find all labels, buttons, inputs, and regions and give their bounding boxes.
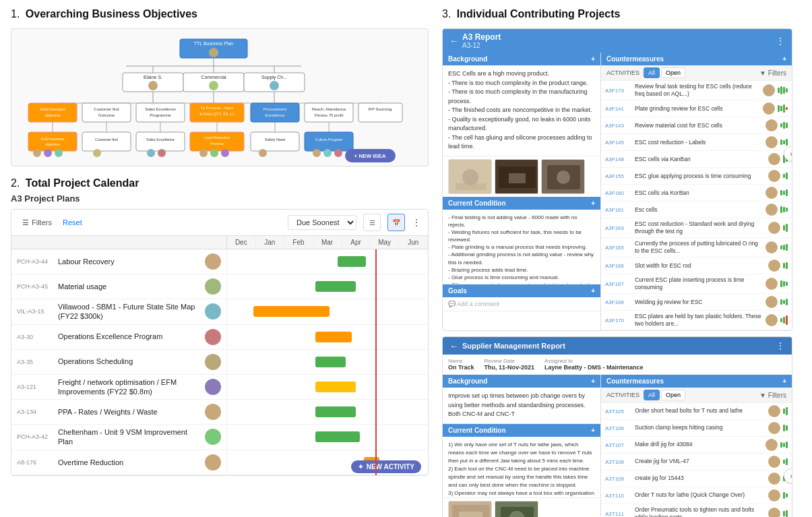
cm2-expand-icon[interactable]: + [782,377,786,385]
list-item: A3F168 Welding jig review for ESC [601,294,792,311]
svg-rect-66 [251,132,299,151]
avatar [763,84,775,96]
a3-card-body-2: Background + Improve set up times betwee… [443,375,792,517]
svg-rect-33 [251,103,299,122]
list-item: A3F170 ESC plates are held by two plasti… [601,311,792,330]
mini-bars [780,122,788,129]
avatar [768,260,780,272]
a3-report-card-1: ← A3 Report A3-12 ⋮ Background + [442,28,792,331]
filter-icon-right[interactable]: ▼ Filters [759,69,786,77]
svg-text:Procurement: Procurement [263,107,287,111]
background-content: ESC Cells are a high moving product. - T… [443,65,600,156]
sparkle-icon: ✦ [358,463,363,470]
svg-text:Supply Ch...: Supply Ch... [261,75,287,80]
filter2-icon[interactable]: ▼ Filters [759,392,786,399]
svg-text:Gold business: Gold business [41,137,65,141]
mini-bars [780,206,788,213]
list-item: A3T109 create jig for 15443 [601,470,792,487]
more-button[interactable]: ⋮ [412,217,421,228]
more-options-icon-2[interactable]: ⋮ [776,340,785,351]
avatar [205,329,221,345]
new-activity-button[interactable]: ✦ NEW ACTIVITY [351,460,421,473]
list-item: A3T108 Create jig for VML-47 [601,454,792,470]
svg-point-72 [323,149,332,157]
mini-bars [780,315,788,325]
mini-bars [783,492,788,499]
gantt-label-header [11,236,227,249]
list-item: A3F173 Review final task testing for ESC… [601,81,792,100]
section2: 2. Total Project Calendar A3 Project Pla… [11,177,429,476]
list-view-button[interactable]: ☰ [363,214,381,231]
month-jun: Jun [399,236,428,249]
section1: 1. Overarching Business Objectives TTL B… [11,8,429,166]
mini-bars [783,173,788,179]
due-dropdown[interactable]: Due Soonest [288,215,356,230]
avatar [205,278,221,295]
tab-all[interactable]: All [644,67,660,78]
cm-expand-icon[interactable]: + [782,55,786,63]
section1-number: 1. [11,8,20,20]
mini-bars [780,280,788,287]
svg-point-16 [270,81,279,90]
avatar [205,253,221,270]
svg-text:Fitness 75 profit: Fitness 75 profit [315,113,344,117]
goals-expand-icon[interactable]: + [591,287,595,295]
photo-1 [448,159,492,194]
bar-cheltenham [315,431,360,442]
mini-bars [783,425,788,431]
back-arrow-icon[interactable]: ← [449,36,458,46]
gantt-bar-area [227,375,428,399]
avatar [205,303,221,320]
a3-report-card-2: ← Supplier Management Report ⋮ Name On T… [442,336,792,517]
avatar [768,489,780,501]
svg-rect-21 [28,103,77,122]
svg-point-8 [148,81,158,90]
activities-tabs: ACTIVITIES All Open ▼ Filters [601,65,792,81]
cm-items-list-2: A3T105 Order short head bolts for T nuts… [601,403,792,517]
tab2-all[interactable]: All [644,390,660,400]
svg-rect-87 [459,512,482,518]
list-item: A3T110 Order T nuts for lathe (Quick Cha… [601,487,792,504]
filter-button[interactable]: ☰ Filters [18,217,56,229]
svg-point-2 [209,48,218,57]
avatar [768,405,780,417]
tab2-open[interactable]: Open [661,390,685,400]
avatar [768,422,780,434]
svg-text:Commercial: Commercial [201,75,226,80]
back-arrow-icon-2[interactable]: ← [449,341,458,351]
bar-material-usage [315,281,356,292]
svg-text:IFP Sourcing: IFP Sourcing [369,107,392,111]
mini-bars [778,86,788,94]
month-apr: Apr [342,236,371,249]
bar-labour-recovery [338,256,366,267]
svg-text:TTL Business Plan: TTL Business Plan [194,41,234,46]
reset-button[interactable]: Reset [63,218,82,226]
gantt-bar-area [227,249,428,274]
row-label: A3-35 Operations Scheduling [11,351,227,373]
tab-open[interactable]: Open [661,67,685,78]
cc2-expand-icon[interactable]: + [591,427,595,434]
mini-bars [780,244,788,251]
row-label: A3-30 Operations Excellence Program [11,326,227,348]
svg-point-59 [158,149,166,157]
background-section: Background + ESC Cells are a high moving… [443,53,600,156]
avatar [766,204,778,216]
gantt-bar-area [227,274,428,299]
background2-expand-icon[interactable]: + [591,377,595,385]
gantt-view-button[interactable]: 📅 [387,214,405,231]
svg-rect-69 [305,132,353,151]
a3-card-body-1: Background + ESC Cells are a high moving… [443,53,792,330]
row-label: PCH-A3-45 Material usage [11,276,227,297]
cc-expand-icon[interactable]: + [591,200,595,207]
svg-rect-53 [82,132,131,151]
current-condition-content-2: 1) We only have one set of T nuts for la… [443,437,600,497]
svg-point-64 [210,149,218,157]
current-condition-section-2: Current Condition + 1) We only have one … [443,424,600,498]
more-options-icon[interactable]: ⋮ [776,36,785,47]
list-item: A3F166 Slot width for ESC rod [601,257,792,274]
background-expand-icon[interactable]: + [591,55,595,63]
table-row: PCH-A3-42 Cheltenham - Unit 9 VSM Improv… [11,425,428,450]
avatar [766,439,778,451]
avatar [768,170,780,182]
list-item: A3F167 Current ESC plate inserting proce… [601,274,792,294]
